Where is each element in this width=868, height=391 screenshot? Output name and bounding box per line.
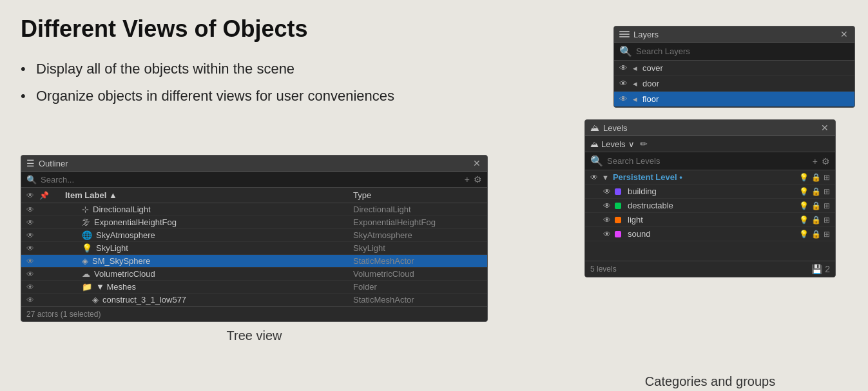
persistent-level-name: Persistent Level • [613,172,795,182]
levels-pencil-icon[interactable]: ✏ [640,139,648,149]
level-eye-icon[interactable]: 👁 [603,201,611,210]
level-lock-icon[interactable]: 🔒 [811,201,821,210]
row-label: SkyLight [96,243,128,253]
layer-row-floor[interactable]: 👁 ◂ floor [614,92,854,107]
row-type: VolumetricCloud [353,269,482,279]
level-row-sound[interactable]: 👁 sound 💡 🔒 ⊞ [585,227,835,241]
outliner-caption: Tree view [21,328,488,343]
level-eye-icon[interactable]: 👁 [603,216,611,225]
levels-title-left: ⛰ Levels [590,123,628,133]
levels-icon: ⛰ [590,123,599,133]
main-title: Different Views of Objects [21,15,508,43]
level-lock-icon[interactable]: 🔒 [811,216,821,225]
levels-spacer [585,241,835,261]
outliner-titlebar: ☰ Outliner ✕ [21,155,487,172]
table-row[interactable]: 👁 ⊹DirectionalLight DirectionalLight [21,203,487,216]
persistent-level-row[interactable]: 👁 ▼ Persistent Level • 💡 🔒 ⊞ [585,170,835,185]
levels-toolbar: ⛰ Levels ∨ ✏ [585,136,835,152]
levels-save-icon[interactable]: 💾 2 [811,264,830,274]
table-row[interactable]: 👁 🌫ExponentialHeightFog ExponentialHeigh… [21,216,487,229]
level-color-dot [615,203,621,209]
level-row-destructable[interactable]: 👁 destructable 💡 🔒 ⊞ [585,199,835,213]
outliner-table-header: 👁 📌 Item Label ▲ Type [21,188,487,203]
level-name: building [628,186,795,196]
row-eye: 👁 [26,283,34,292]
levels-close-btn[interactable]: ✕ [820,123,830,133]
level-sub-actions: 💡 🔒 ⊞ [799,187,830,196]
level-light-icon[interactable]: 💡 [799,173,809,182]
outliner-add-icon[interactable]: + [465,174,470,185]
level-lock-icon[interactable]: 🔒 [811,187,821,196]
outliner-table-body: 👁 ⊹DirectionalLight DirectionalLight 👁 🌫… [21,203,487,306]
level-row-building[interactable]: 👁 building 💡 🔒 ⊞ [585,185,835,199]
outliner-search-actions: + ⚙ [465,174,482,185]
level-eye-icon[interactable]: 👁 [603,230,611,239]
levels-settings-icon[interactable]: ⚙ [822,156,830,166]
row-eye: 👁 [26,231,34,240]
row-icon-shape: ☁ [82,269,90,279]
table-row[interactable]: 👁 ☁VolumetricCloud VolumetricCloud [21,268,487,281]
layer-eye-icon[interactable]: 👁 [619,79,628,88]
table-row-selected[interactable]: 👁 ◈SM_SkySphere StaticMeshActor [21,255,487,268]
level-light-icon[interactable]: 💡 [799,201,809,210]
layers-title: Layers [633,30,659,39]
layer-row-cover[interactable]: 👁 ◂ cover [614,61,854,76]
th-eye-icon: 👁 [26,191,34,200]
levels-chevron-icon: ∨ [628,139,635,149]
levels-dropdown-label: Levels [601,139,626,149]
outliner-panel: ☰ Outliner ✕ 🔍 + ⚙ 👁 📌 [21,155,488,322]
level-light-icon[interactable]: 💡 [799,230,809,239]
layer-row-door[interactable]: 👁 ◂ door [614,76,854,92]
row-label: ▼ Meshes [96,282,136,292]
level-grid-icon[interactable]: ⊞ [824,216,830,225]
level-lock-icon[interactable]: 🔒 [811,173,821,182]
table-row[interactable]: 👁 📁▼ Meshes Folder [21,281,487,294]
layers-search-input[interactable] [636,46,849,56]
level-grid-icon[interactable]: ⊞ [824,230,830,239]
levels-add-icon[interactable]: + [813,156,818,166]
row-label: SkyAtmosphere [96,230,155,240]
row-type: SkyAtmosphere [353,230,482,240]
levels-dropdown-icon: ⛰ [590,139,599,149]
outliner-search-icon: 🔍 [26,175,37,185]
row-type: DirectionalLight [353,205,482,214]
level-grid-icon[interactable]: ⊞ [824,173,830,182]
level-eye-icon[interactable]: 👁 [590,173,598,182]
layer-eye-icon[interactable]: 👁 [619,63,628,73]
bullet-2: Organize objects in different views for … [21,88,508,105]
outliner-titlebar-right: ✕ [472,158,482,168]
outliner-search-input[interactable] [41,175,461,185]
row-label: construct_3_1_low577 [102,295,186,305]
level-name: destructable [628,201,795,210]
level-grid-icon[interactable]: ⊞ [824,201,830,210]
layers-search-icon: 🔍 [619,45,632,57]
outliner-close-btn[interactable]: ✕ [472,158,482,168]
level-color-dot [615,217,621,223]
levels-search-input[interactable] [607,156,809,166]
table-row[interactable]: 👁 ◈construct_3_1_low577 StaticMeshActor [21,294,487,306]
level-light-icon[interactable]: 💡 [799,187,809,196]
row-label: DirectionalLight [93,205,151,214]
categories-caption: Categories and groups [645,374,775,388]
level-color-dot [615,188,621,195]
level-eye-icon[interactable]: 👁 [603,187,611,196]
table-row[interactable]: 👁 🌐SkyAtmosphere SkyAtmosphere [21,229,487,242]
levels-search-bar: 🔍 + ⚙ [585,152,835,170]
th-type-label: Type [353,190,482,200]
row-icon-shape: ⊹ [82,205,89,214]
layer-eye-icon[interactable]: 👁 [619,94,628,104]
level-lock-icon[interactable]: 🔒 [811,230,821,239]
levels-dropdown[interactable]: ⛰ Levels ∨ [590,139,635,149]
row-icon-shape: 💡 [82,243,92,253]
level-light-icon[interactable]: 💡 [799,216,809,225]
levels-panel: ⛰ Levels ✕ ⛰ Levels ∨ ✏ 🔍 + ⚙ 👁 ▼ [584,119,836,277]
level-sub-actions: 💡 🔒 ⊞ [799,216,830,225]
level-grid-icon[interactable]: ⊞ [824,187,830,196]
layers-close-btn[interactable]: ✕ [839,29,849,39]
level-row-light[interactable]: 👁 light 💡 🔒 ⊞ [585,213,835,227]
layers-icon [619,31,630,37]
level-expand-icon[interactable]: ▼ [602,174,609,181]
outliner-settings-icon[interactable]: ⚙ [474,174,482,185]
table-row[interactable]: 👁 💡SkyLight SkyLight [21,242,487,255]
row-type: Folder [353,282,482,292]
